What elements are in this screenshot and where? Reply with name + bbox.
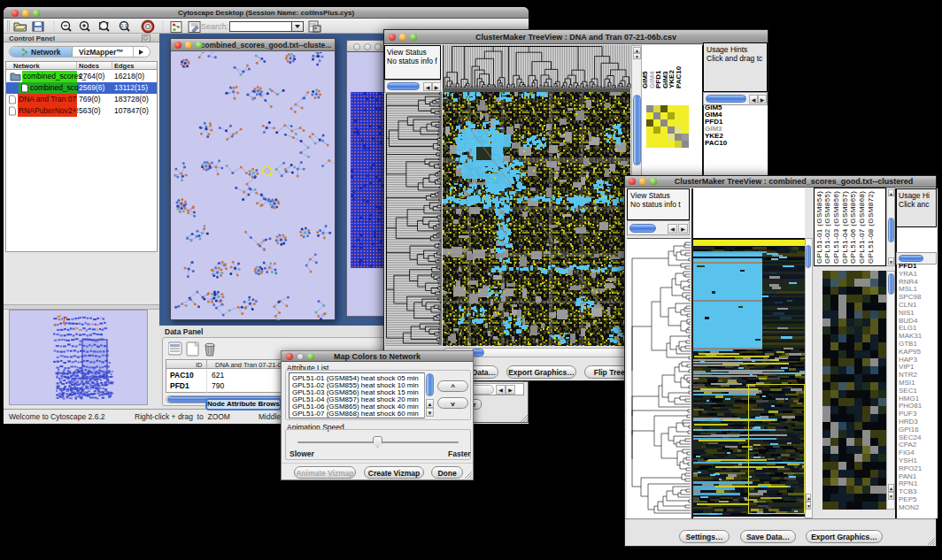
svg-text:1:1: 1:1 [121,23,127,28]
